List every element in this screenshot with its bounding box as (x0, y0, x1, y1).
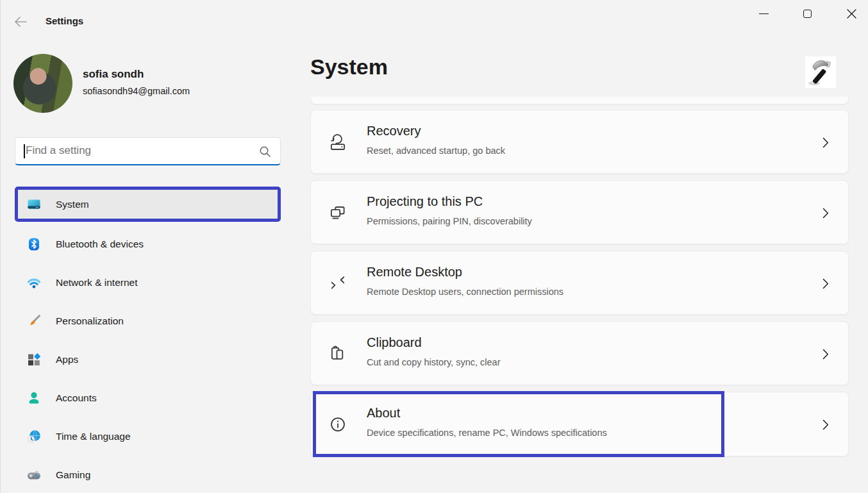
sidebar-item-label: Personalization (56, 315, 124, 327)
card-partial[interactable] (310, 97, 849, 104)
sidebar-item-time-language[interactable]: Time & language (15, 419, 281, 454)
sidebar-item-accounts[interactable]: Accounts (15, 381, 281, 415)
sidebar-item-bluetooth[interactable]: Bluetooth & devices (15, 227, 281, 262)
card-recovery[interactable]: Recovery Reset, advanced startup, go bac… (310, 110, 849, 174)
card-about[interactable]: About Device specifications, rename PC, … (310, 392, 849, 456)
card-title: About (367, 406, 400, 421)
card-title: Recovery (367, 124, 421, 138)
card-remote-desktop[interactable]: Remote Desktop Remote Desktop users, con… (310, 251, 849, 315)
user-email: sofiasondh94@gmail.com (83, 86, 190, 96)
card-subtitle: Permissions, pairing PIN, discoverabilit… (367, 216, 532, 226)
search-icon (259, 146, 271, 158)
card-subtitle: Remote Desktop users, connection permiss… (367, 287, 563, 297)
card-clipboard[interactable]: Clipboard Cut and copy history, sync, cl… (310, 321, 849, 385)
sidebar-item-gaming[interactable]: Gaming (15, 458, 281, 492)
window-minimize-icon (759, 13, 769, 14)
chevron-right-icon (822, 419, 829, 430)
projecting-icon (328, 181, 348, 244)
bluetooth-icon (26, 237, 42, 252)
chevron-right-icon (822, 208, 829, 219)
back-button[interactable] (11, 13, 30, 31)
close-button[interactable] (837, 0, 866, 27)
sidebar-item-label: Bluetooth & devices (56, 238, 144, 250)
globe-clock-icon (26, 429, 42, 444)
settings-window: Settings sofia sondh sofiasondh94@gmail.… (0, 0, 868, 493)
avatar (13, 54, 72, 113)
wifi-icon (26, 275, 42, 290)
sidebar-item-personalization[interactable]: Personalization (15, 304, 281, 338)
person-icon (26, 390, 42, 406)
page-title: System (310, 54, 388, 79)
hammer-icon (805, 56, 836, 88)
remote-desktop-icon (328, 251, 348, 314)
app-title: Settings (46, 15, 83, 26)
sidebar-item-label: Time & language (56, 431, 131, 442)
user-name: sofia sondh (83, 68, 144, 81)
chevron-right-icon (822, 349, 829, 360)
window-maximize-icon (803, 10, 812, 18)
window-close-icon (846, 8, 857, 19)
minimize-button[interactable] (749, 0, 778, 27)
search-box (15, 137, 281, 165)
settings-list: Recovery Reset, advanced startup, go bac… (310, 97, 852, 493)
search-input[interactable] (24, 138, 255, 163)
chevron-right-icon (822, 137, 829, 148)
maximize-button[interactable] (792, 0, 822, 27)
card-title: Clipboard (367, 335, 422, 350)
sidebar-item-network[interactable]: Network & internet (15, 265, 281, 300)
sidebar-item-system[interactable]: System (15, 187, 281, 222)
arrow-left-icon (13, 14, 28, 29)
clipboard-icon (328, 322, 348, 385)
card-subtitle: Reset, advanced startup, go back (367, 146, 505, 156)
recovery-icon (328, 110, 348, 173)
info-icon (328, 392, 348, 456)
chevron-right-icon (822, 278, 829, 289)
sidebar-item-label: Apps (56, 354, 78, 365)
apps-grid-icon (26, 352, 42, 367)
sidebar-item-label: System (56, 199, 89, 210)
sidebar-item-label: Gaming (56, 469, 90, 481)
card-subtitle: Device specifications, rename PC, Window… (367, 428, 607, 438)
card-title: Projecting to this PC (367, 194, 483, 209)
card-title: Remote Desktop (367, 265, 462, 280)
sidebar-item-label: Network & internet (56, 277, 138, 288)
card-projecting[interactable]: Projecting to this PC Permissions, pairi… (310, 180, 849, 244)
paintbrush-icon (26, 313, 42, 329)
system-icon (26, 197, 42, 212)
sidebar-item-label: Accounts (56, 392, 97, 404)
card-subtitle: Cut and copy history, sync, clear (367, 357, 500, 367)
gamepad-icon (26, 467, 42, 483)
sidebar-item-apps[interactable]: Apps (15, 342, 281, 377)
